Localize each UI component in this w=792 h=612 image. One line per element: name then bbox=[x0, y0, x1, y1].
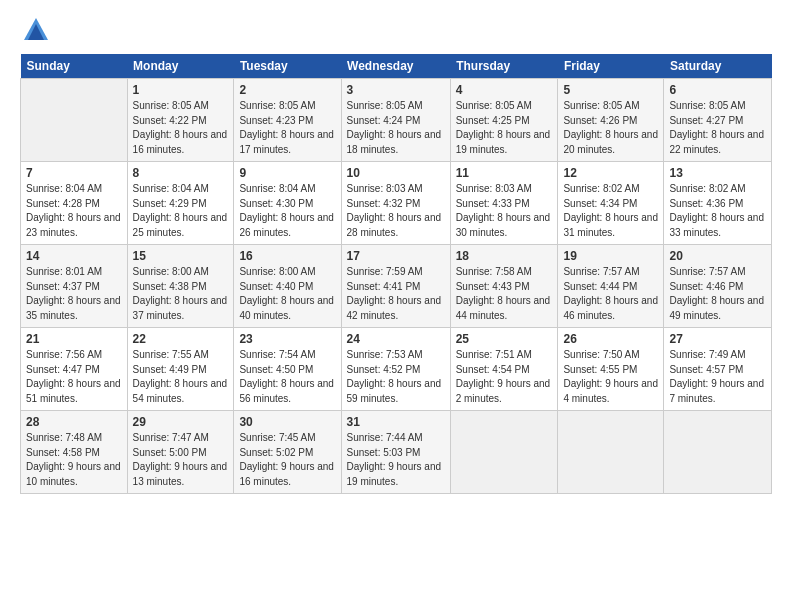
calendar-cell: 13Sunrise: 8:02 AMSunset: 4:36 PMDayligh… bbox=[664, 162, 772, 245]
day-number: 29 bbox=[133, 415, 229, 429]
day-detail: Sunrise: 7:50 AMSunset: 4:55 PMDaylight:… bbox=[563, 348, 658, 406]
day-number: 26 bbox=[563, 332, 658, 346]
calendar-cell: 11Sunrise: 8:03 AMSunset: 4:33 PMDayligh… bbox=[450, 162, 558, 245]
calendar-cell: 16Sunrise: 8:00 AMSunset: 4:40 PMDayligh… bbox=[234, 245, 341, 328]
day-number: 3 bbox=[347, 83, 445, 97]
day-number: 23 bbox=[239, 332, 335, 346]
day-number: 19 bbox=[563, 249, 658, 263]
week-row-5: 28Sunrise: 7:48 AMSunset: 4:58 PMDayligh… bbox=[21, 411, 772, 494]
day-number: 17 bbox=[347, 249, 445, 263]
day-detail: Sunrise: 8:00 AMSunset: 4:40 PMDaylight:… bbox=[239, 265, 335, 323]
day-detail: Sunrise: 7:54 AMSunset: 4:50 PMDaylight:… bbox=[239, 348, 335, 406]
day-detail: Sunrise: 8:01 AMSunset: 4:37 PMDaylight:… bbox=[26, 265, 122, 323]
calendar-cell: 22Sunrise: 7:55 AMSunset: 4:49 PMDayligh… bbox=[127, 328, 234, 411]
calendar-cell: 9Sunrise: 8:04 AMSunset: 4:30 PMDaylight… bbox=[234, 162, 341, 245]
day-detail: Sunrise: 8:05 AMSunset: 4:27 PMDaylight:… bbox=[669, 99, 766, 157]
day-detail: Sunrise: 7:53 AMSunset: 4:52 PMDaylight:… bbox=[347, 348, 445, 406]
calendar-cell: 20Sunrise: 7:57 AMSunset: 4:46 PMDayligh… bbox=[664, 245, 772, 328]
day-header-saturday: Saturday bbox=[664, 54, 772, 79]
day-detail: Sunrise: 8:04 AMSunset: 4:30 PMDaylight:… bbox=[239, 182, 335, 240]
day-number: 28 bbox=[26, 415, 122, 429]
day-detail: Sunrise: 8:02 AMSunset: 4:34 PMDaylight:… bbox=[563, 182, 658, 240]
day-detail: Sunrise: 8:05 AMSunset: 4:23 PMDaylight:… bbox=[239, 99, 335, 157]
day-number: 22 bbox=[133, 332, 229, 346]
day-detail: Sunrise: 7:55 AMSunset: 4:49 PMDaylight:… bbox=[133, 348, 229, 406]
day-number: 5 bbox=[563, 83, 658, 97]
day-number: 6 bbox=[669, 83, 766, 97]
day-header-sunday: Sunday bbox=[21, 54, 128, 79]
week-row-4: 21Sunrise: 7:56 AMSunset: 4:47 PMDayligh… bbox=[21, 328, 772, 411]
day-number: 20 bbox=[669, 249, 766, 263]
day-detail: Sunrise: 8:05 AMSunset: 4:22 PMDaylight:… bbox=[133, 99, 229, 157]
calendar-cell: 10Sunrise: 8:03 AMSunset: 4:32 PMDayligh… bbox=[341, 162, 450, 245]
day-number: 2 bbox=[239, 83, 335, 97]
calendar-cell bbox=[664, 411, 772, 494]
day-number: 24 bbox=[347, 332, 445, 346]
day-number: 9 bbox=[239, 166, 335, 180]
day-detail: Sunrise: 7:45 AMSunset: 5:02 PMDaylight:… bbox=[239, 431, 335, 489]
day-number: 8 bbox=[133, 166, 229, 180]
day-detail: Sunrise: 8:00 AMSunset: 4:38 PMDaylight:… bbox=[133, 265, 229, 323]
calendar-table: SundayMondayTuesdayWednesdayThursdayFrid… bbox=[20, 54, 772, 494]
day-detail: Sunrise: 8:05 AMSunset: 4:24 PMDaylight:… bbox=[347, 99, 445, 157]
day-detail: Sunrise: 7:49 AMSunset: 4:57 PMDaylight:… bbox=[669, 348, 766, 406]
day-number: 12 bbox=[563, 166, 658, 180]
calendar-cell: 28Sunrise: 7:48 AMSunset: 4:58 PMDayligh… bbox=[21, 411, 128, 494]
day-detail: Sunrise: 7:47 AMSunset: 5:00 PMDaylight:… bbox=[133, 431, 229, 489]
day-detail: Sunrise: 8:03 AMSunset: 4:32 PMDaylight:… bbox=[347, 182, 445, 240]
week-row-1: 1Sunrise: 8:05 AMSunset: 4:22 PMDaylight… bbox=[21, 79, 772, 162]
day-detail: Sunrise: 7:58 AMSunset: 4:43 PMDaylight:… bbox=[456, 265, 553, 323]
day-detail: Sunrise: 7:48 AMSunset: 4:58 PMDaylight:… bbox=[26, 431, 122, 489]
day-detail: Sunrise: 8:05 AMSunset: 4:25 PMDaylight:… bbox=[456, 99, 553, 157]
calendar-cell: 27Sunrise: 7:49 AMSunset: 4:57 PMDayligh… bbox=[664, 328, 772, 411]
day-header-friday: Friday bbox=[558, 54, 664, 79]
calendar-cell: 4Sunrise: 8:05 AMSunset: 4:25 PMDaylight… bbox=[450, 79, 558, 162]
day-header-wednesday: Wednesday bbox=[341, 54, 450, 79]
day-number: 11 bbox=[456, 166, 553, 180]
calendar-cell: 30Sunrise: 7:45 AMSunset: 5:02 PMDayligh… bbox=[234, 411, 341, 494]
day-number: 7 bbox=[26, 166, 122, 180]
day-number: 25 bbox=[456, 332, 553, 346]
day-detail: Sunrise: 7:57 AMSunset: 4:46 PMDaylight:… bbox=[669, 265, 766, 323]
day-number: 15 bbox=[133, 249, 229, 263]
calendar-cell: 29Sunrise: 7:47 AMSunset: 5:00 PMDayligh… bbox=[127, 411, 234, 494]
calendar-cell: 23Sunrise: 7:54 AMSunset: 4:50 PMDayligh… bbox=[234, 328, 341, 411]
day-number: 18 bbox=[456, 249, 553, 263]
day-detail: Sunrise: 7:57 AMSunset: 4:44 PMDaylight:… bbox=[563, 265, 658, 323]
day-detail: Sunrise: 7:56 AMSunset: 4:47 PMDaylight:… bbox=[26, 348, 122, 406]
day-number: 14 bbox=[26, 249, 122, 263]
calendar-cell: 12Sunrise: 8:02 AMSunset: 4:34 PMDayligh… bbox=[558, 162, 664, 245]
calendar-cell: 15Sunrise: 8:00 AMSunset: 4:38 PMDayligh… bbox=[127, 245, 234, 328]
header bbox=[20, 16, 772, 44]
logo-icon bbox=[22, 16, 50, 44]
day-detail: Sunrise: 7:51 AMSunset: 4:54 PMDaylight:… bbox=[456, 348, 553, 406]
day-number: 4 bbox=[456, 83, 553, 97]
calendar-cell: 24Sunrise: 7:53 AMSunset: 4:52 PMDayligh… bbox=[341, 328, 450, 411]
day-detail: Sunrise: 7:44 AMSunset: 5:03 PMDaylight:… bbox=[347, 431, 445, 489]
day-detail: Sunrise: 8:02 AMSunset: 4:36 PMDaylight:… bbox=[669, 182, 766, 240]
day-number: 21 bbox=[26, 332, 122, 346]
calendar-cell: 7Sunrise: 8:04 AMSunset: 4:28 PMDaylight… bbox=[21, 162, 128, 245]
calendar-cell: 1Sunrise: 8:05 AMSunset: 4:22 PMDaylight… bbox=[127, 79, 234, 162]
calendar-cell: 17Sunrise: 7:59 AMSunset: 4:41 PMDayligh… bbox=[341, 245, 450, 328]
day-detail: Sunrise: 8:04 AMSunset: 4:29 PMDaylight:… bbox=[133, 182, 229, 240]
day-number: 13 bbox=[669, 166, 766, 180]
calendar-cell bbox=[21, 79, 128, 162]
calendar-cell: 2Sunrise: 8:05 AMSunset: 4:23 PMDaylight… bbox=[234, 79, 341, 162]
calendar-cell: 6Sunrise: 8:05 AMSunset: 4:27 PMDaylight… bbox=[664, 79, 772, 162]
day-detail: Sunrise: 8:03 AMSunset: 4:33 PMDaylight:… bbox=[456, 182, 553, 240]
calendar-cell: 25Sunrise: 7:51 AMSunset: 4:54 PMDayligh… bbox=[450, 328, 558, 411]
calendar-cell: 5Sunrise: 8:05 AMSunset: 4:26 PMDaylight… bbox=[558, 79, 664, 162]
week-row-2: 7Sunrise: 8:04 AMSunset: 4:28 PMDaylight… bbox=[21, 162, 772, 245]
day-detail: Sunrise: 7:59 AMSunset: 4:41 PMDaylight:… bbox=[347, 265, 445, 323]
day-header-thursday: Thursday bbox=[450, 54, 558, 79]
day-header-monday: Monday bbox=[127, 54, 234, 79]
header-row: SundayMondayTuesdayWednesdayThursdayFrid… bbox=[21, 54, 772, 79]
day-detail: Sunrise: 8:04 AMSunset: 4:28 PMDaylight:… bbox=[26, 182, 122, 240]
day-number: 1 bbox=[133, 83, 229, 97]
page: SundayMondayTuesdayWednesdayThursdayFrid… bbox=[0, 0, 792, 612]
calendar-cell: 19Sunrise: 7:57 AMSunset: 4:44 PMDayligh… bbox=[558, 245, 664, 328]
day-detail: Sunrise: 8:05 AMSunset: 4:26 PMDaylight:… bbox=[563, 99, 658, 157]
calendar-cell: 31Sunrise: 7:44 AMSunset: 5:03 PMDayligh… bbox=[341, 411, 450, 494]
calendar-cell: 3Sunrise: 8:05 AMSunset: 4:24 PMDaylight… bbox=[341, 79, 450, 162]
